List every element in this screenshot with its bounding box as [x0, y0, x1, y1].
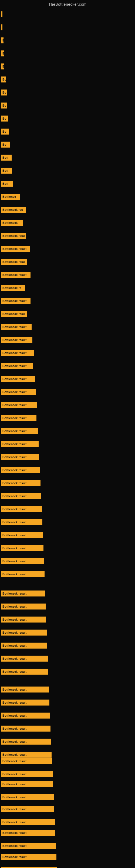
bar-label: E: [2, 65, 4, 68]
bar-label: Bottleneck result: [2, 507, 27, 511]
bar-row: Bottleneck result: [1, 806, 54, 812]
bar: Bottleneck result: [1, 402, 37, 408]
bar-row: Bottleneck result: [1, 246, 30, 252]
bar-label: Bottleneck result: [2, 605, 27, 608]
bar-row: Bottleneck result: [1, 389, 36, 395]
bar: E: [1, 51, 4, 56]
bar-row: Bottleneck result: [1, 854, 56, 860]
bar: [1, 11, 2, 18]
bar: Bottleneck result: [1, 337, 32, 343]
bar-label: E: [2, 52, 4, 55]
bar-row: Bottleneck result: [1, 467, 40, 473]
bar: Bottleneck result: [1, 867, 57, 868]
bar: Bott: [1, 155, 12, 161]
bar-label: Bottleneck resu: [2, 234, 25, 237]
bar: Bottleneck result: [1, 298, 31, 304]
bar-row: Bottleneck result: [1, 686, 49, 692]
bar: Bottleneck resu: [1, 259, 27, 265]
bar: [1, 24, 2, 30]
bar-label: Bott: [2, 182, 8, 185]
bar-label: Bottleneck result: [2, 753, 27, 756]
bar-label: Bottleneck result: [2, 631, 27, 634]
bar-row: Bottleneck result: [1, 480, 41, 486]
bar-label: Bo: [2, 143, 6, 146]
bar-label: Bottleneck result: [2, 740, 27, 743]
bar: Bottleneck result: [1, 739, 51, 745]
bar: Bottleneck result: [1, 389, 36, 395]
bar: Bottleneck result: [1, 713, 50, 718]
bar-row: Bottleneck result: [1, 794, 54, 800]
bar: Bo: [1, 102, 7, 108]
bar: Bottleneck result: [1, 246, 30, 252]
bar: Bottleneck result: [1, 781, 53, 787]
bar-row: Bottleneck result: [1, 617, 46, 622]
bar-label: Bottleneck result: [2, 560, 27, 563]
bar: Bottleneck result: [1, 843, 56, 849]
bar-row: Bottleneck result: [1, 752, 52, 757]
bar-label: Bottleneck result: [2, 714, 27, 717]
bar-row: Bottleneck result: [1, 867, 57, 868]
bar-label: Bo: [2, 78, 6, 81]
bar-row: Bottleneck result: [1, 272, 31, 278]
bar: Bottleneck result: [1, 686, 49, 692]
bar-row: Bo: [1, 129, 9, 134]
bar-label: Bo: [2, 117, 6, 120]
bar: Bottleneck result: [1, 350, 34, 356]
bar: Bottleneck result: [1, 854, 56, 860]
bar-label: Bottleneck result: [2, 351, 27, 354]
bar: Bo: [1, 129, 9, 134]
bar: Bottleneck res: [1, 207, 26, 213]
bar-label: Bottleneck result: [2, 701, 27, 704]
bar-label: Bottleneck result: [2, 416, 27, 420]
bar-label: Bottleneck result: [2, 533, 27, 537]
bar-label: Bottleneck result: [2, 844, 27, 847]
bar: Bottleneck result: [1, 603, 46, 610]
bar: Bottleneck result: [1, 558, 44, 564]
bar-row: Bott: [1, 181, 13, 187]
bar: Bottleneck result: [1, 493, 41, 499]
bar-row: Bo: [1, 76, 6, 83]
bar-label: Bottleneck result: [2, 273, 27, 276]
bar-label: Bottleneck result: [2, 807, 27, 811]
bar-row: Bottleneck result: [1, 571, 45, 577]
bar-label: Bott: [2, 169, 8, 172]
bar-row: Bott: [1, 155, 12, 161]
bar-row: Bottleneck result: [1, 629, 47, 636]
bar-label: E: [2, 39, 3, 42]
bar: Bottleneck result: [1, 590, 45, 596]
bar-label: Bottleneck result: [2, 429, 27, 433]
bar-label: Bo: [2, 130, 6, 133]
bar: E: [1, 37, 3, 43]
bar: Bottleneck result: [1, 441, 39, 447]
bar: Bottleneck result: [1, 656, 48, 661]
bar: Bottlenec: [1, 194, 20, 199]
bar-row: Bottleneck result: [1, 545, 43, 551]
bar: Bottleneck result: [1, 467, 40, 473]
bar-row: Bottleneck result: [1, 656, 48, 661]
bar: Bo: [1, 116, 8, 122]
bar-label: Bottleneck result: [2, 403, 27, 407]
bar-row: Bottleneck result: [1, 739, 51, 745]
bar-row: E: [1, 51, 4, 56]
bar-label: Bottleneck result: [2, 521, 27, 524]
bar-label: Bottleneck result: [2, 670, 27, 673]
bar-label: Bottleneck result: [2, 796, 27, 799]
bar-row: Bo: [1, 116, 8, 122]
bar-label: Bottleneck result: [2, 495, 27, 498]
bar: Bottleneck result: [1, 771, 53, 777]
bar: Bottleneck: [1, 220, 23, 226]
bar-row: Bottleneck result: [1, 415, 37, 421]
bar: Bottleneck result: [1, 545, 43, 551]
bar-row: Bottleneck result: [1, 603, 46, 610]
bar-label: Bottleneck resu: [2, 312, 25, 315]
bar-label: Bottleneck result: [2, 820, 27, 824]
bar: Bottleneck result: [1, 519, 42, 525]
bar: Bo: [1, 76, 6, 83]
bar-label: Bottleneck result: [2, 482, 27, 485]
bar-row: Bottleneck resu: [1, 233, 26, 239]
bar-label: Bottleneck result: [2, 773, 27, 776]
bar-row: Bottleneck re: [1, 285, 25, 291]
bar: E: [1, 63, 4, 69]
bar: Bottleneck result: [1, 272, 31, 278]
bar-row: Bottleneck resu: [1, 311, 27, 317]
